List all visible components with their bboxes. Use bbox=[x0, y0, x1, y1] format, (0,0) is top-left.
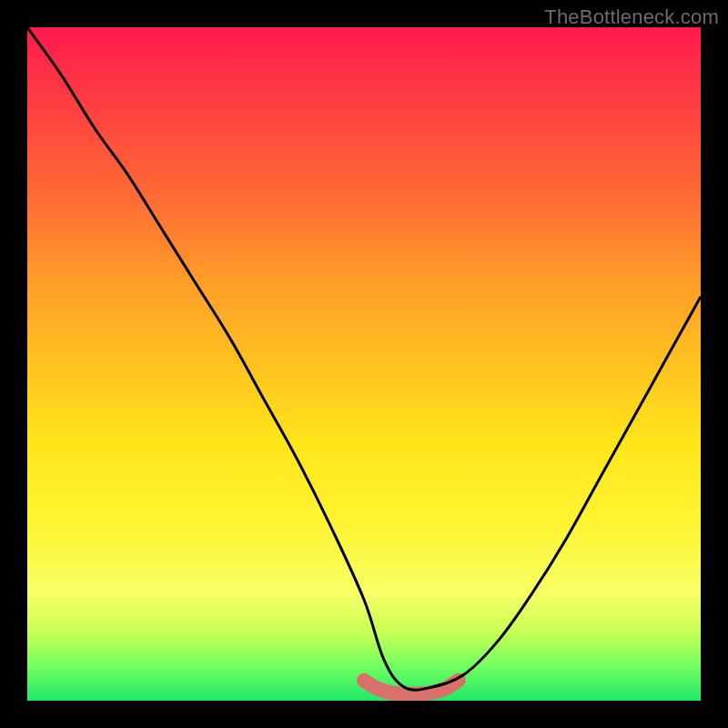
bottleneck-curve-path bbox=[27, 27, 701, 690]
chart-frame: TheBottleneck.com bbox=[0, 0, 728, 728]
plot-area bbox=[27, 27, 701, 701]
watermark-text: TheBottleneck.com bbox=[544, 5, 719, 29]
chart-svg bbox=[27, 27, 701, 701]
